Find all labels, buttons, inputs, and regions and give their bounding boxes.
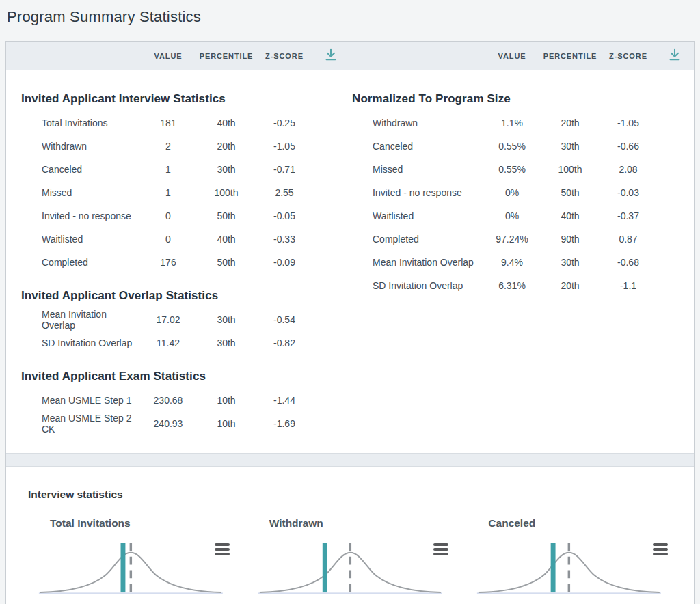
row-zscore: -0.33 [257,234,312,245]
row-zscore: 2.08 [601,164,656,175]
section-title: Invited Applicant Overlap Statistics [21,289,350,303]
row-value: 0% [485,210,539,221]
column-header-value: VALUE [141,52,196,60]
row-zscore: -0.68 [601,257,656,268]
chart-canceled: Canceled 0% 2% 16% 50% 84% [459,517,679,604]
percentile-marker [121,543,126,592]
row-label: Invited - no response [42,210,141,221]
row-zscore: -1.44 [257,395,312,406]
row-percentile: 100th [196,187,257,198]
summary-card: VALUE PERCENTILE Z-SCORE VALUE PERCENTIL… [5,41,695,604]
charts-panel-title: Interview statistics [28,489,679,501]
row-label: Total Invitations [42,118,141,128]
row-value: 1.1% [485,118,539,128]
row-value: 1 [141,187,196,198]
chart-title: Canceled [488,517,671,530]
row-percentile: 30th [196,314,257,325]
row-percentile: 20th [539,280,601,291]
distribution-plot: 0% 2% 16% 50% 84% 98% 100% [29,536,232,604]
table-row: Total Invitations 181 40th -0.25 [42,111,312,135]
row-zscore: -1.69 [257,418,312,429]
distribution-plot: 0% 2% 16% 50% 84% 98% 100% [468,536,671,604]
table-row: Withdrawn 1.1% 20th -1.05 [373,111,656,135]
header-group-right: VALUE PERCENTILE Z-SCORE [350,42,694,70]
row-label: SD Invitation Overlap [42,338,141,348]
stats-column-right: Normalized To Program Size Withdrawn 1.1… [350,77,694,435]
chart-withdrawn: Withdrawn 0% 2% 16% 50% 84% [241,517,460,604]
chart-menu-button[interactable] [651,542,669,557]
row-label: Withdrawn [373,118,485,128]
table-row: Invited - no response 0% 50th -0.03 [373,181,656,204]
row-value: 0.55% [485,164,539,175]
section-title: Normalized To Program Size [352,92,694,106]
charts-panel: Interview statistics Total Invitations 0… [6,467,694,604]
row-value: 0 [141,210,196,221]
row-label: Withdrawn [42,141,141,152]
row-label: Completed [373,234,485,245]
download-button-right[interactable] [665,46,684,66]
table-header-bar: VALUE PERCENTILE Z-SCORE VALUE PERCENTIL… [6,42,694,70]
page-title: Program Summary Statistics [0,0,700,26]
row-percentile: 90th [539,234,601,245]
row-zscore: -0.54 [257,314,312,325]
row-zscore: -0.37 [601,210,656,221]
row-percentile: 30th [539,257,601,268]
table-row: Waitlisted 0% 40th -0.37 [373,204,656,228]
table-row: Missed 0.55% 100th 2.08 [373,158,656,181]
row-percentile: 40th [539,210,601,221]
section-title: Invited Applicant Interview Statistics [21,92,350,106]
row-value: 240.93 [141,418,196,429]
download-icon [323,47,338,64]
percentile-marker [322,543,327,592]
chart-title: Total Invitations [50,517,232,530]
row-value: 0% [485,187,539,198]
table-row: Mean Invitation Overlap 9.4% 30th -0.68 [373,251,656,274]
row-zscore: -1.05 [257,141,312,152]
chart-menu-button[interactable] [432,542,450,557]
row-zscore: -1.05 [601,118,656,128]
row-percentile: 30th [196,338,257,348]
row-value: 1 [141,164,196,175]
row-value: 11.42 [141,338,196,348]
table-row: Mean Invitation Overlap 17.02 30th -0.54 [42,308,312,331]
row-label: Waitlisted [373,210,485,221]
row-value: 97.24% [485,234,539,245]
row-zscore: 0.87 [601,234,656,245]
table-row: Canceled 1 30th -0.71 [42,158,312,181]
row-label: Missed [373,164,485,175]
download-icon [667,47,682,64]
download-button-left[interactable] [321,46,340,66]
table-row: Completed 97.24% 90th 0.87 [373,228,656,251]
section-title: Invited Applicant Exam Statistics [21,370,350,383]
row-label: Completed [42,257,141,268]
column-header-zscore: Z-SCORE [601,52,656,60]
table-row: SD Invitation Overlap 11.42 30th -0.82 [42,331,312,355]
row-zscore: -0.03 [601,187,656,198]
charts-row: Total Invitations 0% 2% 16% 50% 8 [21,517,679,604]
row-zscore: -0.09 [257,257,312,268]
column-header-value: VALUE [485,52,539,60]
chart-menu-button[interactable] [213,542,231,557]
row-label: Waitlisted [42,234,141,245]
row-label: Canceled [373,141,485,152]
row-percentile: 50th [539,187,601,198]
table-row: Canceled 0.55% 30th -0.66 [373,135,656,158]
row-value: 176 [141,257,196,268]
row-value: 0 [141,234,196,245]
row-percentile: 30th [196,164,257,175]
row-value: 9.4% [485,257,539,268]
row-percentile: 10th [196,418,257,429]
row-zscore: -0.66 [601,141,656,152]
row-value: 0.55% [485,141,539,152]
table-row: Mean USMLE Step 2 CK 240.93 10th -1.69 [42,412,312,435]
row-label: Mean USMLE Step 1 [42,395,141,406]
chart-total-invitations: Total Invitations 0% 2% 16% 50% 8 [21,517,241,604]
row-value: 181 [141,118,196,128]
table-row: Mean USMLE Step 1 230.68 10th -1.44 [42,389,312,412]
row-percentile: 20th [539,118,601,128]
stats-column-left: Invited Applicant Interview Statistics T… [6,77,350,435]
row-percentile: 50th [196,210,257,221]
row-zscore: 2.55 [257,187,312,198]
percentile-marker [551,543,556,592]
table-row: Waitlisted 0 40th -0.33 [42,228,312,251]
